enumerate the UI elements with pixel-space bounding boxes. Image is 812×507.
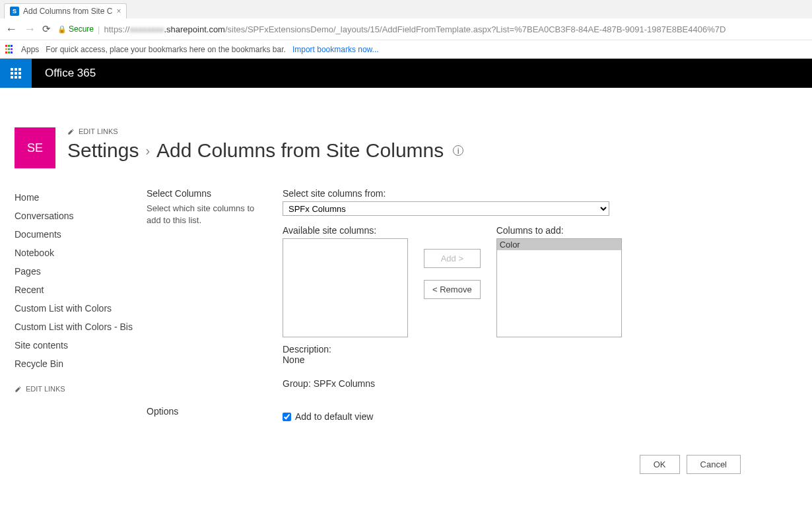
nav-customlist-colors[interactable]: Custom List with Colors <box>15 299 133 318</box>
breadcrumb-root[interactable]: Settings <box>67 139 139 162</box>
description-label: Description: <box>283 344 626 355</box>
help-icon[interactable]: i <box>453 145 463 156</box>
edit-links-label: EDIT LINKS <box>26 385 65 393</box>
main-form: Select Columns Select which site columns… <box>147 188 812 474</box>
page-title: Settings › Add Columns from Site Columns… <box>67 139 812 162</box>
description-block: Description: None <box>283 344 626 365</box>
apps-icon[interactable] <box>5 45 15 54</box>
chevron-right-icon: › <box>145 143 150 158</box>
edit-links-leftnav[interactable]: EDIT LINKS <box>15 385 133 393</box>
browser-tab[interactable]: S Add Columns from Site C × <box>4 3 127 18</box>
nav-recycle-bin[interactable]: Recycle Bin <box>15 355 133 373</box>
secure-label: Secure <box>69 24 94 34</box>
nav-pages[interactable]: Pages <box>15 262 133 281</box>
suite-bar: Office 365 <box>0 59 812 88</box>
columns-to-add-listbox[interactable]: Color <box>496 238 622 337</box>
edit-links-label: EDIT LINKS <box>79 127 118 135</box>
lock-icon: 🔒 <box>57 25 67 34</box>
edit-links-top[interactable]: EDIT LINKS <box>67 127 812 135</box>
section-title: Options <box>147 406 269 417</box>
section-options: Options Add to default view <box>147 406 812 422</box>
section-title: Select Columns <box>147 188 269 199</box>
group-label: Group: <box>283 378 311 389</box>
reload-button[interactable]: ⟳ <box>42 23 51 35</box>
pencil-icon <box>15 386 22 393</box>
nav-recent[interactable]: Recent <box>15 281 133 299</box>
browser-chrome: S Add Columns from Site C × ← → ⟳ 🔒 Secu… <box>0 0 812 59</box>
group-value: SPFx Columns <box>314 378 375 389</box>
default-view-label: Add to default view <box>295 411 373 422</box>
description-value: None <box>283 355 626 365</box>
address-bar[interactable]: 🔒 Secure | https://xxxxxxxx.sharepoint.c… <box>57 24 807 34</box>
nav-documents[interactable]: Documents <box>15 225 133 244</box>
form-footer: OK Cancel <box>147 455 767 474</box>
suite-title[interactable]: Office 365 <box>45 67 96 80</box>
nav-customlist-colors-bis[interactable]: Custom List with Colors - Bis <box>15 318 133 336</box>
app-launcher-button[interactable] <box>0 59 32 88</box>
toadd-label: Columns to add: <box>496 225 622 236</box>
column-picker: Available site columns: Add > < Remove C… <box>283 225 626 337</box>
add-button[interactable]: Add > <box>424 249 481 268</box>
waffle-icon <box>11 68 21 79</box>
nav-home[interactable]: Home <box>15 188 133 207</box>
url-separator: | <box>98 24 100 34</box>
list-item[interactable]: Color <box>497 239 621 250</box>
sharepoint-favicon: S <box>10 7 19 16</box>
available-label: Available site columns: <box>283 225 408 236</box>
browser-toolbar: ← → ⟳ 🔒 Secure | https://xxxxxxxx.sharep… <box>0 18 812 40</box>
section-desc: Select which site columns to add to this… <box>147 203 269 226</box>
tab-title: Add Columns from Site C <box>23 7 112 16</box>
column-group-dropdown[interactable]: SPFx Columns <box>283 201 609 216</box>
section-select-columns: Select Columns Select which site columns… <box>147 188 812 389</box>
forward-button: → <box>24 22 36 36</box>
default-view-checkbox-row[interactable]: Add to default view <box>283 411 626 422</box>
page-content: SE EDIT LINKS Settings › Add Columns fro… <box>0 88 812 474</box>
apps-label[interactable]: Apps <box>21 45 39 54</box>
available-columns-listbox[interactable] <box>283 238 408 337</box>
secure-indicator: 🔒 Secure <box>57 24 94 34</box>
nav-notebook[interactable]: Notebook <box>15 244 133 262</box>
default-view-checkbox[interactable] <box>283 413 291 421</box>
from-label: Select site columns from: <box>283 188 626 199</box>
close-icon[interactable]: × <box>116 7 121 16</box>
left-navigation: Home Conversations Documents Notebook Pa… <box>15 188 147 474</box>
remove-button[interactable]: < Remove <box>424 280 481 299</box>
site-logo[interactable]: SE <box>15 127 55 168</box>
page-header: SE EDIT LINKS Settings › Add Columns fro… <box>15 127 812 168</box>
breadcrumb-page: Add Columns from Site Columns <box>156 139 444 162</box>
bookmarks-hint: For quick access, place your bookmarks h… <box>46 45 286 54</box>
nav-conversations[interactable]: Conversations <box>15 207 133 225</box>
group-block: Group: SPFx Columns <box>283 378 626 389</box>
cancel-button[interactable]: Cancel <box>687 455 741 474</box>
back-button[interactable]: ← <box>5 22 17 36</box>
import-bookmarks-link[interactable]: Import bookmarks now... <box>292 45 379 54</box>
url-text: https://xxxxxxxx.sharepoint.com/sites/SP… <box>104 24 726 34</box>
ok-button[interactable]: OK <box>640 455 680 474</box>
pencil-icon <box>67 128 75 135</box>
tab-bar: S Add Columns from Site C × <box>0 0 812 18</box>
bookmarks-bar: Apps For quick access, place your bookma… <box>0 40 812 58</box>
nav-site-contents[interactable]: Site contents <box>15 336 133 355</box>
